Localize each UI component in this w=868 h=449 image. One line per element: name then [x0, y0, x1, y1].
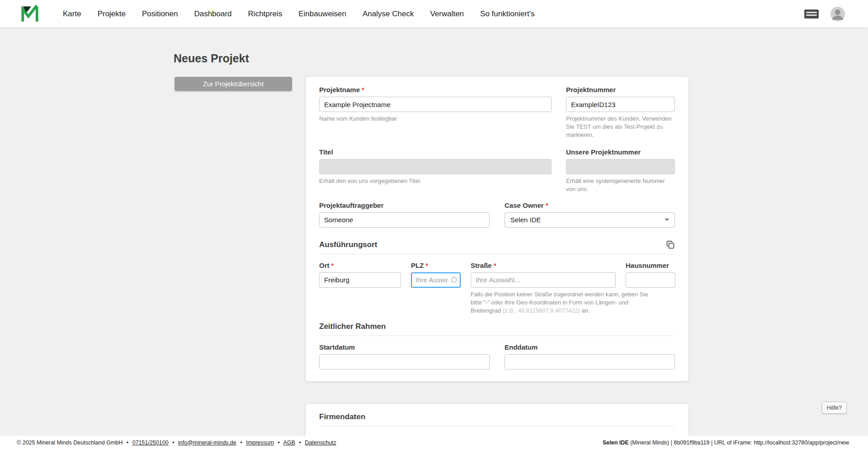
- ort-input[interactable]: [319, 272, 401, 288]
- required-marker: *: [362, 86, 364, 94]
- firmendaten-card: Firmendaten: [306, 404, 689, 436]
- section-zeitlicher-rahmen-title: Zeitlicher Rahmen: [319, 322, 386, 331]
- footer-session-user: Selen IDE: [603, 440, 629, 446]
- field-projektname: Projektname* Name vom Kunden festlegbar: [319, 86, 552, 123]
- section-ausfuehrungsort: Ausführungsort: [319, 240, 675, 254]
- section-firmendaten: Firmendaten: [319, 412, 675, 426]
- projektauftraggeber-label: Projektauftraggeber: [319, 201, 490, 209]
- projektname-input[interactable]: [319, 97, 552, 112]
- field-hausnummer: Hausnummer: [626, 262, 675, 288]
- copy-icon[interactable]: [666, 240, 675, 249]
- unsere-projektnummer-label: Unsere Projektnummer: [566, 148, 675, 156]
- top-navigation-bar: Karte Projekte Positionen Dashboard Rich…: [0, 0, 868, 28]
- projektname-label: Projektname*: [319, 86, 552, 94]
- footer-copyright: © 2025 Mineral Minds Deutschland GmbH: [17, 440, 123, 446]
- nav-item-dashboard[interactable]: Dashboard: [194, 9, 231, 19]
- plz-label: PLZ*: [411, 262, 461, 269]
- page-content: Neues Projekt Zur Projektübersicht Proje…: [0, 28, 868, 436]
- unsere-projektnummer-helper: Erhält eine systemgenerierte Nummer von …: [566, 177, 675, 193]
- case-owner-value: Selen IDE: [510, 216, 541, 224]
- mineral-minds-logo-icon: [20, 5, 39, 23]
- hausnummer-label: Hausnummer: [626, 262, 675, 269]
- projektname-helper: Name vom Kunden festlegbar: [319, 115, 552, 123]
- nav-item-einbauweisen[interactable]: Einbauweisen: [298, 9, 346, 19]
- footer-agb-link[interactable]: AGB: [283, 440, 295, 446]
- titel-helper: Erhält den von uns vorgegebenen Titel.: [319, 177, 552, 185]
- strasse-label: Straße*: [471, 262, 616, 269]
- nav-item-analyse-check[interactable]: Analyse Check: [363, 9, 414, 19]
- footer-separator: •: [278, 440, 279, 446]
- nav-item-positionen[interactable]: Positionen: [142, 9, 178, 19]
- back-to-project-overview-button[interactable]: Zur Projektübersicht: [175, 77, 292, 91]
- field-plz: PLZ*: [411, 262, 461, 288]
- footer-phone-link[interactable]: 07151/250100: [132, 440, 169, 446]
- footer-separator: •: [240, 440, 242, 446]
- project-form-card: Projektname* Name vom Kunden festlegbar …: [306, 77, 689, 381]
- field-enddatum: Enddatum: [505, 343, 675, 369]
- strasse-input[interactable]: [471, 272, 616, 288]
- field-strasse: Straße* Falls die Position keiner Straße…: [471, 262, 616, 315]
- footer-impressum-link[interactable]: Impressum: [246, 440, 274, 446]
- required-marker: *: [494, 262, 496, 269]
- enddatum-label: Enddatum: [505, 343, 675, 351]
- footer-datenschutz-link[interactable]: Datenschutz: [305, 440, 336, 446]
- nav-item-karte[interactable]: Karte: [63, 9, 81, 19]
- footer-email-link[interactable]: info@mineral-minds.de: [178, 440, 236, 446]
- section-firmendaten-title: Firmendaten: [319, 412, 365, 421]
- footer-separator: •: [299, 440, 301, 446]
- hausnummer-input[interactable]: [626, 272, 675, 288]
- nav-item-richtpreis[interactable]: Richtpreis: [248, 9, 283, 19]
- field-ort: Ort*: [319, 262, 401, 288]
- field-titel: Titel Erhält den von uns vorgegebenen Ti…: [319, 148, 552, 185]
- strasse-helper: Falls die Position keiner Straße zugeord…: [471, 290, 657, 315]
- enddatum-input[interactable]: [505, 354, 675, 369]
- field-projektnummer: Projektnummer Projektnummer des Kunden. …: [566, 86, 675, 139]
- projektauftraggeber-input[interactable]: [319, 212, 490, 228]
- field-unsere-projektnummer: Unsere Projektnummer Erhält eine systemg…: [566, 148, 675, 193]
- required-marker: *: [425, 262, 428, 269]
- titel-input: [319, 159, 552, 174]
- projektnummer-label: Projektnummer: [566, 86, 675, 94]
- nav-item-projekte[interactable]: Projekte: [98, 9, 126, 19]
- section-zeitlicher-rahmen: Zeitlicher Rahmen: [319, 322, 675, 336]
- section-ausfuehrungsort-title: Ausführungsort: [319, 240, 377, 249]
- nav-item-so-funktionierts[interactable]: So funktioniert's: [480, 9, 534, 19]
- plz-input-wrap-focused[interactable]: [411, 272, 461, 288]
- server-icon[interactable]: [804, 8, 819, 20]
- required-marker: *: [546, 201, 548, 209]
- footer-left: © 2025 Mineral Minds Deutschland GmbH • …: [17, 440, 336, 446]
- ort-label: Ort*: [319, 262, 401, 269]
- field-startdatum: Startdatum: [319, 343, 490, 369]
- footer-session-rest: (Mineral Minds) | 6b091f9ba119 | URL of …: [629, 440, 849, 446]
- chevron-down-icon: [665, 219, 669, 221]
- case-owner-select[interactable]: Selen IDE: [505, 212, 675, 228]
- field-case-owner: Case Owner* Selen IDE: [505, 201, 675, 228]
- user-avatar[interactable]: [830, 6, 845, 22]
- loading-spinner-icon: [451, 277, 457, 283]
- footer-bar: © 2025 Mineral Minds Deutschland GmbH • …: [0, 436, 868, 449]
- footer-separator: •: [172, 440, 174, 446]
- main-nav: Karte Projekte Positionen Dashboard Rich…: [63, 9, 535, 19]
- projektnummer-helper: Projektnummer des Kunden. Verwenden Sie …: [566, 115, 675, 139]
- case-owner-label: Case Owner*: [505, 201, 675, 209]
- field-projektauftraggeber: Projektauftraggeber: [319, 201, 490, 228]
- titel-label: Titel: [319, 148, 552, 156]
- help-button[interactable]: Hilfe?: [822, 402, 847, 414]
- plz-input[interactable]: [412, 273, 451, 287]
- unsere-projektnummer-input: [566, 159, 675, 174]
- startdatum-input[interactable]: [319, 354, 490, 369]
- page-title: Neues Projekt: [174, 52, 249, 65]
- projektnummer-input[interactable]: [566, 97, 675, 112]
- startdatum-label: Startdatum: [319, 343, 490, 351]
- required-marker: *: [331, 262, 334, 269]
- footer-separator: •: [127, 440, 128, 446]
- footer-session-info: Selen IDE (Mineral Minds) | 6b091f9ba119…: [603, 440, 849, 446]
- header-actions: [804, 6, 845, 22]
- nav-item-verwalten[interactable]: Verwalten: [430, 9, 464, 19]
